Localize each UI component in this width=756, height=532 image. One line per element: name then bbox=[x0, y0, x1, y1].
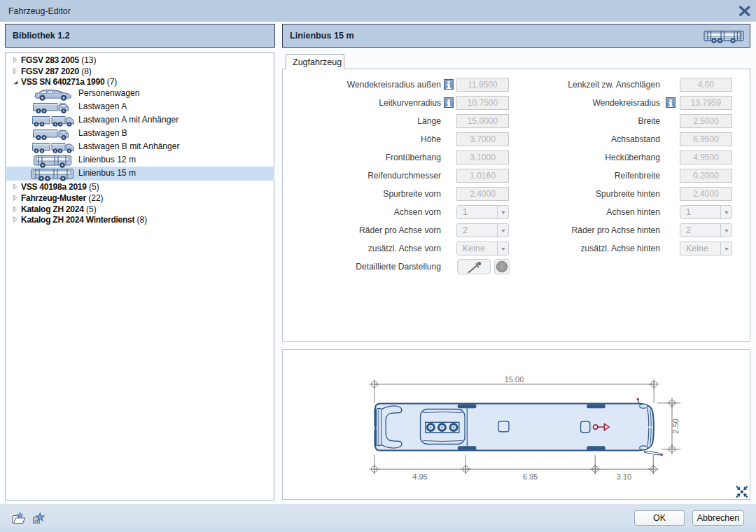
svg-text:3.10: 3.10 bbox=[617, 472, 631, 481]
svg-text:6.95: 6.95 bbox=[523, 472, 538, 481]
svg-text:2.50: 2.50 bbox=[672, 419, 680, 433]
svg-text:15.00: 15.00 bbox=[505, 375, 524, 384]
svg-text:4.95: 4.95 bbox=[412, 472, 427, 481]
